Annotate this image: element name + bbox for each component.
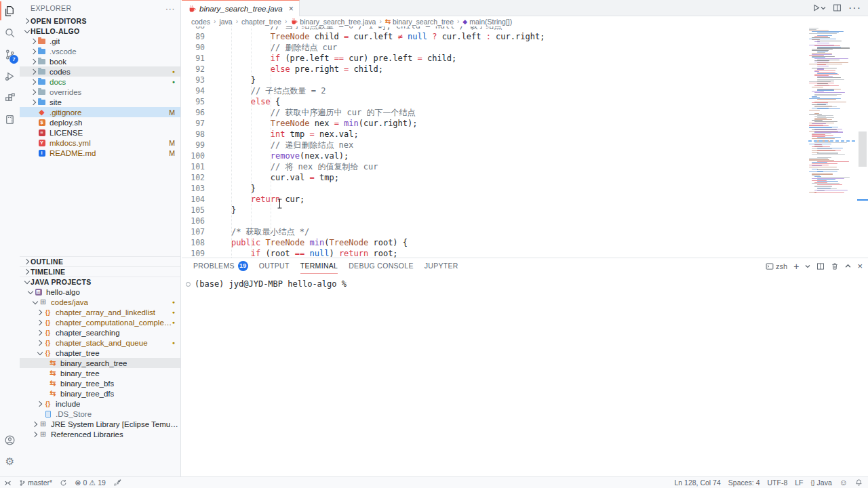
kill-terminal-trash-icon[interactable] [831,262,839,270]
sync-status-icon[interactable] [60,479,67,487]
project-row-chapter-searching[interactable]: {}chapter_searching [20,327,180,338]
java-status-rocket-icon[interactable] [113,479,121,487]
file-row-mkdocs-yml[interactable]: Ymkdocs.ymlM [20,138,180,148]
tab-binary-search-tree[interactable]: binary_search_tree.java × [182,0,300,16]
code-line[interactable]: 89 TreeNode child = cur.left ≠ null ? cu… [182,31,868,42]
code-line[interactable]: 95 else { [182,96,868,107]
code-line[interactable]: 96 // 获取中序遍历中 cur 的下一个结点 [182,107,868,118]
file-row-deploy-sh[interactable]: $deploy.sh [20,117,180,127]
project-row-binary-tree-dfs[interactable]: ⇆binary_tree_dfs [20,388,180,399]
code-line[interactable]: 99 // 递归删除结点 nex [182,140,868,150]
breadcrumb-item[interactable]: chapter_tree [241,18,281,26]
open-editors-header[interactable]: OPEN EDITORS [20,16,180,26]
shell-selector[interactable]: zsh [766,262,787,270]
extensions-icon[interactable] [0,87,20,108]
eol[interactable]: LF [795,479,803,487]
command-decoration-icon[interactable] [186,282,191,287]
explorer-icon[interactable] [0,0,20,22]
code-line[interactable]: 100 remove(nex.val); [182,150,868,161]
cursor-position[interactable]: Ln 128, Col 74 [675,479,721,487]
file-row-docs[interactable]: docs● [20,77,180,87]
branch-status[interactable]: master* [19,479,52,487]
encoding[interactable]: UTF-8 [768,479,788,487]
code-line[interactable]: 105 } [182,205,868,216]
feedback-smiley-icon[interactable]: ☺ [840,478,848,487]
project-row-chapter-computational-complexity[interactable]: {}chapter_computational_complexity● [20,317,180,327]
code-line[interactable]: 103 } [182,183,868,194]
project-row-referenced-libraries[interactable]: ⊞Referenced Libraries [20,429,180,439]
project-row-jre-system-library-eclipse-temurin-17-17-[interactable]: ⊞JRE System Library [Eclipse Temurin 17 … [20,419,180,429]
breadcrumb-item[interactable]: ⇆binary_search_tree [385,18,454,26]
overview-ruler[interactable] [857,26,868,258]
source-control-icon[interactable]: 7 [0,43,20,65]
tab-close-icon[interactable]: × [289,4,294,14]
run-debug-icon[interactable] [0,65,20,87]
code-line[interactable]: 106 [182,216,868,226]
language-mode[interactable]: {}Java [811,479,832,487]
close-panel-icon[interactable]: × [857,261,863,271]
file-row--vscode[interactable]: .vscode [20,46,180,56]
code-line[interactable]: 88 // 当子结点数量 = 0 / 1 时, child = null / 该… [182,26,868,31]
split-editor-icon[interactable] [833,3,842,12]
search-icon[interactable] [0,22,20,43]
project-row-binary-search-tree[interactable]: ⇆binary_search_tree [20,358,180,368]
file-row-site[interactable]: site [20,97,180,107]
code-line[interactable]: 107 /* 获取最小结点 */ [182,226,868,237]
project-row-codes-java[interactable]: ⊞codes/java● [20,297,180,307]
panel-tab-terminal[interactable]: TERMINAL [300,258,338,274]
file-row-book[interactable]: book [20,56,180,66]
file-row-overrides[interactable]: overrides [20,87,180,97]
code-line[interactable]: 91 if (pre.left == cur) pre.left = child… [182,53,868,64]
file-row-readme-md[interactable]: iREADME.mdM [20,148,180,158]
problems-status[interactable]: ⊗ 0 ⚠ 19 [75,479,106,487]
workspace-root-header[interactable]: HELLO-ALGO [20,26,180,36]
code-line[interactable]: 108 public TreeNode min(TreeNode root) { [182,237,868,248]
code-line[interactable]: 98 int tmp = nex.val; [182,129,868,140]
panel-tab-debug-console[interactable]: DEBUG CONSOLE [349,258,414,274]
breadcrumb-item[interactable]: java [219,18,232,26]
file-row-codes[interactable]: codes● [20,66,180,77]
code-line[interactable]: 93 } [182,75,868,85]
notebook-icon[interactable] [0,108,20,130]
file-row--git[interactable]: .git [20,36,180,46]
scrollbar-thumb[interactable] [859,131,867,167]
project-row-binary-tree[interactable]: ⇆binary_tree [20,368,180,378]
project-row-chapter-tree[interactable]: {}chapter_tree [20,348,180,358]
java-projects-header[interactable]: JAVA PROJECTS [20,277,180,287]
code-line[interactable]: 109 if (root == null) return root; [182,248,868,258]
code-line[interactable]: 94 // 子结点数量 = 2 [182,85,868,96]
indentation[interactable]: Spaces: 4 [728,479,760,487]
project-row-include[interactable]: {}include [20,399,180,409]
terminal-dropdown-chevron-icon[interactable] [805,264,810,269]
run-button[interactable] [812,3,826,12]
settings-gear-icon[interactable]: ⚙ [0,451,20,472]
new-terminal-icon[interactable]: + [793,261,799,272]
project-row-hello-algo[interactable]: ⊞hello-algo [20,287,180,297]
notifications-bell-icon[interactable] [855,479,863,487]
panel-tab-problems[interactable]: PROBLEMS19 [193,258,248,274]
code-line[interactable]: 92 else pre.right = child; [182,64,868,75]
more-actions-icon[interactable]: ··· [848,2,861,14]
outline-header[interactable]: OUTLINE [20,256,180,266]
breadcrumb-item[interactable]: binary_search_tree.java [290,18,376,26]
breadcrumb-item[interactable]: codes [191,18,210,26]
code-line[interactable]: 102 cur.val = tmp; [182,172,868,183]
code-line[interactable]: 101 // 将 nex 的值复制给 cur [182,161,868,172]
code-editor[interactable]: 88 // 当子结点数量 = 0 / 1 时, child = null / 该… [182,26,868,258]
timeline-header[interactable]: TIMELINE [20,266,180,277]
terminal-content[interactable]: (base) jyd@JYD-MBP hello-algo % [182,274,868,289]
file-row--gitignore[interactable]: ◆.gitignoreM [20,107,180,117]
project-row-chapter-stack-and-queue[interactable]: {}chapter_stack_and_queue● [20,338,180,348]
code-line[interactable]: 90 // 删除结点 cur [182,42,868,53]
explorer-more-icon[interactable]: ··· [165,3,175,14]
code-line[interactable]: 104 return cur; [182,194,868,205]
breadcrumb-item[interactable]: ◆main(String[]) [462,18,512,26]
remote-indicator-icon[interactable] [4,479,12,487]
panel-tab-jupyter[interactable]: JUPYTER [425,258,458,274]
code-line[interactable]: 97 TreeNode nex = min(cur.right); [182,118,868,129]
project-row-binary-tree-bfs[interactable]: ⇆binary_tree_bfs [20,378,180,388]
panel-tab-output[interactable]: OUTPUT [259,258,290,274]
maximize-panel-chevron-icon[interactable] [845,263,851,269]
project-row-chapter-array-and-linkedlist[interactable]: {}chapter_array_and_linkedlist● [20,307,180,317]
file-row-license[interactable]: ≡LICENSE [20,127,180,138]
